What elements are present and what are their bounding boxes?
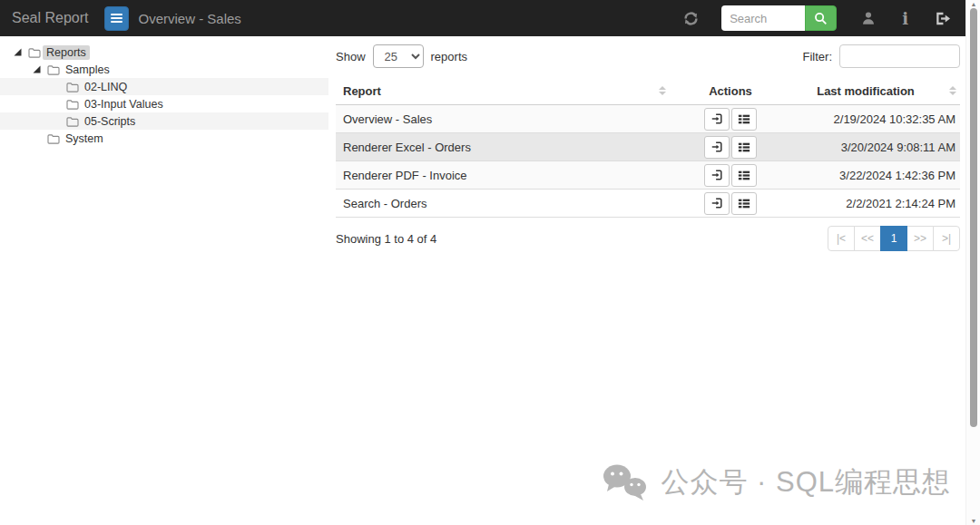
report-name[interactable]: Renderer PDF - Invoice	[336, 169, 671, 182]
page-1-button[interactable]: 1	[880, 226, 907, 251]
app-brand[interactable]: Seal Report	[12, 10, 89, 26]
report-detail-button[interactable]	[731, 192, 757, 215]
search-button[interactable]	[805, 5, 837, 31]
last-modification-value: 2/2/2021 2:14:24 PM	[789, 197, 960, 210]
show-label: Show	[336, 50, 366, 63]
column-header-actions: Actions	[671, 84, 789, 98]
report-detail-button[interactable]	[731, 164, 757, 187]
scroll-up-arrow-icon[interactable]: ▲	[966, 1, 980, 7]
report-name[interactable]: Renderer Excel - Orders	[336, 141, 671, 154]
scroll-down-arrow-icon[interactable]: ▼	[966, 518, 980, 524]
tree-item-label: System	[65, 131, 103, 146]
tree-item-reports[interactable]: Reports	[0, 44, 328, 61]
info-icon: i	[902, 9, 908, 28]
last-modification-value: 2/19/2024 10:32:35 AM	[789, 112, 960, 126]
column-header-last-modification[interactable]: Last modification	[789, 84, 942, 98]
table-row[interactable]: Overview - Sales 2/19/2024 10:32:35 AM	[336, 105, 960, 133]
last-page-button[interactable]: >|	[933, 226, 960, 251]
refresh-icon	[682, 10, 700, 27]
table-row[interactable]: Search - Orders 2/2/2021 2:14:24 PM	[336, 190, 960, 218]
page-size-control: Show 25 reports	[336, 44, 467, 68]
execute-report-button[interactable]	[704, 108, 730, 131]
row-count-summary: Showing 1 to 4 of 4	[336, 232, 436, 246]
magnifier-icon	[814, 12, 828, 25]
watermark-text: 公众号 · SQL编程思想	[661, 463, 951, 501]
sort-icon	[949, 86, 956, 95]
info-button[interactable]: i	[902, 9, 908, 28]
report-detail-button[interactable]	[731, 136, 757, 159]
filter-label: Filter:	[803, 50, 833, 63]
report-list-panel: Show 25 reports Filter: Report Actions L…	[336, 44, 960, 251]
next-page-button[interactable]: >>	[906, 226, 934, 251]
prev-page-button[interactable]: <<	[854, 226, 881, 251]
table-row[interactable]: Renderer Excel - Orders 3/20/2024 9:08:1…	[336, 133, 960, 161]
execute-report-button[interactable]	[704, 136, 730, 159]
last-modification-value: 3/20/2024 9:08:11 AM	[789, 141, 960, 154]
execute-icon	[710, 169, 723, 181]
sort-icon-wrap	[942, 86, 960, 95]
tree-expand-icon[interactable]	[14, 48, 22, 56]
folder-icon	[47, 64, 60, 75]
tree-item-05-scripts[interactable]: 05-Scripts	[0, 112, 328, 130]
hamburger-icon	[111, 14, 122, 23]
execute-icon	[710, 141, 723, 153]
tree-expand-icon[interactable]	[33, 65, 41, 73]
folder-icon	[66, 82, 79, 92]
tree-item-label: 03-Input Values	[84, 97, 163, 112]
table-body: Overview - Sales 2/19/2024 10:32:35 AM R…	[336, 105, 960, 218]
sort-icon	[659, 86, 666, 95]
table-footer: Showing 1 to 4 of 4 |< << 1 >> >|	[336, 226, 960, 251]
first-page-button[interactable]: |<	[828, 226, 855, 251]
report-tree: Reports Samples 02-LINQ 03-Input Values …	[0, 44, 328, 147]
table-header: Report Actions Last modification	[336, 77, 960, 105]
wechat-icon	[602, 462, 649, 502]
folder-icon	[47, 133, 60, 144]
report-detail-button[interactable]	[731, 108, 757, 131]
report-name[interactable]: Overview - Sales	[336, 112, 671, 126]
logout-icon	[934, 10, 951, 27]
column-header-report[interactable]: Report	[336, 84, 671, 98]
tree-item-02-linq[interactable]: 02-LINQ	[0, 78, 328, 95]
folder-icon	[66, 99, 79, 110]
execute-icon	[710, 112, 723, 125]
report-name[interactable]: Search - Orders	[336, 197, 671, 210]
reports-label: reports	[431, 50, 467, 63]
tree-item-system[interactable]: System	[0, 130, 328, 147]
tree-item-label: Samples	[65, 63, 110, 77]
table-row[interactable]: Renderer PDF - Invoice 3/22/2024 1:42:36…	[336, 161, 960, 190]
logout-button[interactable]	[934, 10, 951, 27]
tree-item-label: 02-LINQ	[84, 80, 127, 94]
list-icon	[738, 113, 750, 125]
menu-toggle-button[interactable]	[104, 6, 129, 31]
folder-icon	[66, 116, 79, 127]
page-size-select[interactable]: 25	[373, 44, 424, 68]
table-controls: Show 25 reports Filter:	[336, 44, 960, 69]
scrollbar-thumb[interactable]	[970, 8, 977, 427]
filter-input[interactable]	[839, 44, 960, 68]
tree-item-label: Reports	[43, 45, 90, 60]
top-navbar: Seal Report Overview - Sales i	[0, 0, 965, 36]
pagination: |< << 1 >> >|	[828, 226, 960, 251]
user-icon	[860, 10, 877, 26]
report-column-label: Report	[343, 84, 381, 98]
tree-item-03-input-values[interactable]: 03-Input Values	[0, 95, 328, 112]
search-input[interactable]	[721, 5, 805, 31]
execute-report-button[interactable]	[704, 192, 730, 215]
list-icon	[738, 141, 750, 153]
navbar-search	[721, 5, 837, 31]
filter-control: Filter:	[803, 44, 961, 68]
refresh-button[interactable]	[682, 10, 700, 27]
current-report-title: Overview - Sales	[139, 11, 241, 26]
folder-icon	[28, 47, 41, 58]
list-icon	[738, 170, 750, 181]
tree-item-label: 05-Scripts	[84, 114, 135, 129]
vertical-scrollbar[interactable]: ▲ ▼	[965, 0, 980, 525]
execute-icon	[710, 197, 723, 209]
profile-button[interactable]	[860, 10, 877, 26]
last-modification-value: 3/22/2024 1:42:36 PM	[789, 169, 960, 182]
list-icon	[738, 198, 750, 209]
tree-item-samples[interactable]: Samples	[0, 61, 328, 78]
execute-report-button[interactable]	[704, 164, 730, 187]
watermark: 公众号 · SQL编程思想	[602, 462, 951, 502]
